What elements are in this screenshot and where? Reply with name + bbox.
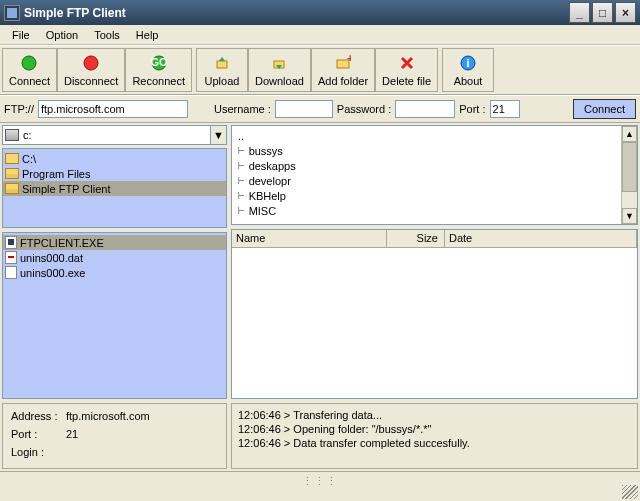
log-panel: 12:06:46 > Transfering data... 12:06:46 … bbox=[231, 403, 638, 469]
status-login-label: Login : bbox=[11, 446, 66, 458]
resize-grip[interactable] bbox=[622, 485, 638, 499]
upload-icon bbox=[212, 53, 232, 73]
username-label: Username : bbox=[214, 103, 271, 115]
list-item[interactable]: ⊢developr bbox=[238, 173, 631, 188]
download-icon bbox=[269, 53, 289, 73]
toolbar: Connect Disconnect GOReconnect Upload Do… bbox=[0, 45, 640, 95]
reconnect-button[interactable]: GOReconnect bbox=[125, 48, 192, 92]
drive-label: c: bbox=[23, 129, 32, 141]
menu-help[interactable]: Help bbox=[128, 27, 167, 43]
add-folder-icon: + bbox=[333, 53, 353, 73]
list-item[interactable]: unins000.exe bbox=[3, 265, 226, 280]
list-item[interactable]: ⊢deskapps bbox=[238, 158, 631, 173]
upload-button[interactable]: Upload bbox=[196, 48, 248, 92]
menu-option[interactable]: Option bbox=[38, 27, 86, 43]
disconnect-button[interactable]: Disconnect bbox=[57, 48, 125, 92]
local-file-list[interactable]: FTPCLIENT.EXE unins000.dat unins000.exe bbox=[2, 232, 227, 399]
log-line: 12:06:46 > Transfering data... bbox=[238, 408, 631, 422]
connection-info: Address :ftp.microsoft.com Port :21 Logi… bbox=[2, 403, 227, 469]
ftp-url-input[interactable] bbox=[38, 100, 188, 118]
ftp-label: FTP:// bbox=[4, 103, 34, 115]
list-item[interactable]: ⊢bussys bbox=[238, 143, 631, 158]
password-label: Password : bbox=[337, 103, 391, 115]
reconnect-icon: GO bbox=[149, 53, 169, 73]
column-size[interactable]: Size bbox=[387, 230, 445, 247]
connect-submit-button[interactable]: Connect bbox=[573, 99, 636, 119]
folder-open-icon bbox=[5, 183, 19, 194]
scroll-thumb[interactable] bbox=[622, 142, 637, 192]
tree-item[interactable]: C:\ bbox=[3, 151, 226, 166]
address-bar: FTP:// Username : Password : Port : Conn… bbox=[0, 95, 640, 123]
status-row: Address :ftp.microsoft.com Port :21 Logi… bbox=[0, 401, 640, 471]
file-icon bbox=[5, 251, 17, 264]
delete-icon bbox=[397, 53, 417, 73]
drive-select[interactable]: c: ▼ bbox=[2, 125, 227, 145]
about-button[interactable]: iAbout bbox=[442, 48, 494, 92]
list-item-selected[interactable]: FTPCLIENT.EXE bbox=[3, 235, 226, 250]
scrollbar-vertical[interactable]: ▲ ▼ bbox=[621, 126, 637, 224]
main-area: c: ▼ C:\ Program Files Simple FTP Client… bbox=[0, 123, 640, 401]
svg-rect-5 bbox=[217, 61, 227, 68]
close-button[interactable]: × bbox=[615, 2, 636, 23]
log-line: 12:06:46 > Data transfer completed succe… bbox=[238, 436, 631, 450]
window-title: Simple FTP Client bbox=[24, 6, 567, 20]
tree-item[interactable]: Program Files bbox=[3, 166, 226, 181]
menu-bar: File Option Tools Help bbox=[0, 25, 640, 45]
scroll-down-icon[interactable]: ▼ bbox=[622, 208, 637, 224]
scroll-up-icon[interactable]: ▲ bbox=[622, 126, 637, 142]
about-icon: i bbox=[458, 53, 478, 73]
list-item[interactable]: unins000.dat bbox=[3, 250, 226, 265]
chevron-down-icon[interactable]: ▼ bbox=[210, 126, 226, 144]
title-bar: Simple FTP Client _ □ × bbox=[0, 0, 640, 25]
table-body-empty bbox=[232, 248, 637, 398]
svg-point-1 bbox=[22, 56, 36, 70]
connect-icon bbox=[19, 53, 39, 73]
status-port-label: Port : bbox=[11, 428, 66, 440]
column-name[interactable]: Name bbox=[232, 230, 387, 247]
svg-point-2 bbox=[84, 56, 98, 70]
status-address-label: Address : bbox=[11, 410, 66, 422]
download-button[interactable]: Download bbox=[248, 48, 311, 92]
file-icon bbox=[5, 236, 17, 249]
minimize-button[interactable]: _ bbox=[569, 2, 590, 23]
tree-item-selected[interactable]: Simple FTP Client bbox=[3, 181, 226, 196]
file-icon bbox=[5, 266, 17, 279]
folder-tree[interactable]: C:\ Program Files Simple FTP Client bbox=[2, 148, 227, 228]
svg-text:i: i bbox=[466, 57, 469, 69]
list-item[interactable]: ⊢KBHelp bbox=[238, 188, 631, 203]
password-input[interactable] bbox=[395, 100, 455, 118]
add-folder-button[interactable]: +Add folder bbox=[311, 48, 375, 92]
status-bar: ⋮⋮⋮ bbox=[0, 471, 640, 491]
status-divider: ⋮⋮⋮ bbox=[302, 475, 338, 488]
port-label: Port : bbox=[459, 103, 485, 115]
menu-tools[interactable]: Tools bbox=[86, 27, 128, 43]
svg-text:+: + bbox=[347, 55, 351, 64]
status-port-value: 21 bbox=[66, 428, 78, 440]
connect-button[interactable]: Connect bbox=[2, 48, 57, 92]
column-date[interactable]: Date bbox=[445, 230, 637, 247]
disconnect-icon bbox=[81, 53, 101, 73]
list-item[interactable]: .. bbox=[238, 128, 631, 143]
menu-file[interactable]: File bbox=[4, 27, 38, 43]
svg-rect-0 bbox=[7, 8, 17, 18]
status-address-value: ftp.microsoft.com bbox=[66, 410, 150, 422]
table-header: Name Size Date bbox=[232, 230, 637, 248]
local-pane: c: ▼ C:\ Program Files Simple FTP Client… bbox=[2, 125, 227, 399]
remote-details: Name Size Date bbox=[231, 229, 638, 399]
folder-open-icon bbox=[5, 168, 19, 179]
list-item[interactable]: ⊢MISC bbox=[238, 203, 631, 218]
log-line: 12:06:46 > Opening folder: "/bussys/*.*" bbox=[238, 422, 631, 436]
remote-pane: .. ⊢bussys ⊢deskapps ⊢developr ⊢KBHelp ⊢… bbox=[231, 125, 638, 399]
remote-file-list[interactable]: .. ⊢bussys ⊢deskapps ⊢developr ⊢KBHelp ⊢… bbox=[231, 125, 638, 225]
app-icon bbox=[4, 5, 20, 21]
delete-file-button[interactable]: Delete file bbox=[375, 48, 438, 92]
svg-text:GO: GO bbox=[151, 56, 167, 68]
port-input[interactable] bbox=[490, 100, 520, 118]
drive-icon bbox=[5, 129, 19, 141]
maximize-button[interactable]: □ bbox=[592, 2, 613, 23]
username-input[interactable] bbox=[275, 100, 333, 118]
folder-icon bbox=[5, 153, 19, 164]
